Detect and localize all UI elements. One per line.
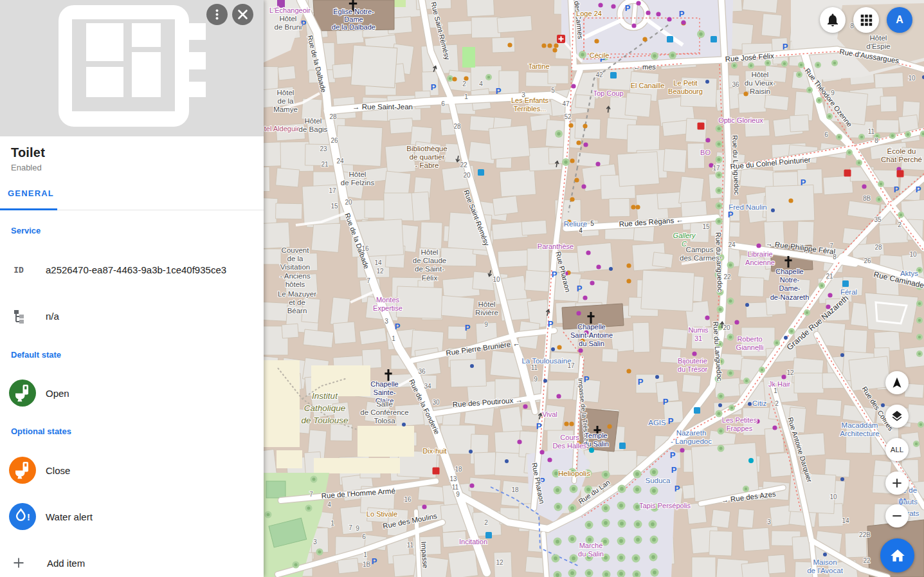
svg-text:P: P	[670, 450, 676, 460]
svg-text:22: 22	[863, 557, 871, 564]
svg-text:22: 22	[723, 273, 731, 280]
svg-text:Ancienne: Ancienne	[745, 259, 775, 266]
svg-text:15: 15	[702, 223, 710, 230]
svg-text:Temple: Temple	[584, 432, 607, 439]
svg-text:11: 11	[868, 128, 875, 135]
svg-text:Frappes: Frappes	[727, 425, 753, 432]
svg-text:- Anciens: - Anciens	[280, 272, 311, 280]
svg-text:Mamye: Mamye	[273, 105, 298, 113]
svg-text:Aktys: Aktys	[900, 270, 918, 277]
svg-text:Roberto: Roberto	[737, 335, 762, 343]
svg-text:Cécile: Cécile	[590, 51, 610, 59]
svg-text:tel Aldeguier: tel Aldeguier	[264, 125, 303, 133]
svg-text:de Conférence: de Conférence	[360, 408, 408, 416]
svg-text:Féral: Féral	[840, 288, 857, 296]
svg-text:9: 9	[484, 321, 488, 328]
svg-text:Hôtel: Hôtel	[478, 300, 496, 308]
svg-text:28: 28	[329, 113, 337, 120]
svg-text:30: 30	[432, 399, 440, 406]
svg-text:Hôtel: Hôtel	[752, 71, 769, 78]
svg-text:20: 20	[723, 324, 730, 331]
svg-text:1: 1	[331, 520, 334, 527]
svg-text:P: P	[548, 319, 554, 329]
svg-text:24: 24	[728, 241, 736, 248]
svg-text:P: P	[679, 9, 685, 19]
svg-text:Reliure: Reliure	[564, 220, 587, 228]
svg-text:de Toulouse: de Toulouse	[301, 416, 348, 425]
svg-text:Fred Naulin: Fred Naulin	[729, 203, 766, 211]
svg-text:Heliopolis: Heliopolis	[558, 470, 590, 477]
svg-text:Chapelle: Chapelle	[577, 323, 605, 331]
svg-text:et de: et de	[289, 298, 305, 306]
svg-text:34: 34	[424, 383, 431, 390]
svg-text:28: 28	[453, 123, 461, 130]
svg-text:P: P	[625, 3, 631, 13]
svg-text:11: 11	[407, 542, 414, 549]
svg-text:1B: 1B	[363, 561, 371, 568]
svg-text:18: 18	[455, 466, 462, 473]
svg-text:Bijouterie: Bijouterie	[678, 357, 707, 365]
svg-text:Beaubourg: Beaubourg	[668, 87, 703, 95]
svg-text:du Salin: du Salin	[578, 550, 604, 558]
svg-text:8: 8	[833, 253, 837, 261]
svg-text:Vival: Vival	[542, 410, 557, 418]
svg-text:8: 8	[874, 137, 878, 144]
svg-text:d'Espie: d'Espie	[866, 42, 890, 50]
svg-text:17: 17	[712, 165, 720, 172]
svg-text:Incitation: Incitation	[459, 538, 487, 545]
svg-text:Bibliothèque: Bibliothèque	[406, 145, 447, 152]
svg-text:2: 2	[484, 519, 488, 526]
svg-text:P: P	[671, 465, 677, 475]
svg-text:Optic Glorieux: Optic Glorieux	[718, 116, 763, 124]
svg-text:9: 9	[831, 89, 835, 96]
svg-text:Hauts: Hauts	[898, 498, 918, 506]
svg-text:Raisin: Raisin	[750, 87, 770, 95]
svg-text:→ Rue Saint-Jean: → Rue Saint-Jean	[352, 103, 413, 111]
svg-text:6: 6	[441, 100, 445, 107]
svg-text:Hôtel: Hôtel	[421, 248, 439, 256]
svg-text:10: 10	[909, 251, 917, 258]
svg-text:P: P	[663, 397, 669, 407]
svg-text:Béarn: Béarn	[287, 307, 307, 315]
svg-text:47: 47	[562, 100, 570, 107]
svg-text:ID: ID	[14, 266, 24, 275]
svg-text:Campus: Campus	[686, 246, 714, 253]
svg-text:4: 4	[579, 227, 583, 234]
svg-text:6: 6	[362, 533, 366, 540]
svg-text:Architecture: Architecture	[840, 430, 879, 437]
svg-text:16: 16	[361, 245, 369, 252]
svg-text:Paranthèse: Paranthèse	[538, 243, 574, 250]
svg-text:2: 2	[775, 400, 779, 407]
svg-text:P: P	[552, 270, 557, 279]
svg-text:P: P	[431, 82, 437, 92]
svg-text:P: P	[536, 421, 542, 431]
svg-text:El Canaille: El Canaille	[631, 82, 665, 89]
svg-text:du Trésor: du Trésor	[678, 365, 708, 373]
svg-text:14: 14	[842, 517, 849, 524]
svg-text:18: 18	[511, 486, 519, 493]
svg-text:42: 42	[595, 71, 603, 78]
svg-text:10: 10	[908, 75, 916, 82]
svg-text:P: P	[801, 178, 806, 187]
svg-text:Félix: Félix	[422, 274, 438, 282]
svg-text:Le Petit: Le Petit	[673, 79, 697, 87]
svg-text:P: P	[916, 185, 921, 194]
svg-text:P: P	[638, 377, 644, 387]
svg-text:3: 3	[767, 518, 771, 526]
svg-text:Visitation: Visitation	[280, 263, 310, 271]
svg-text:Macaddam: Macaddam	[842, 421, 878, 429]
svg-text:Chapelle: Chapelle	[775, 268, 803, 275]
svg-text:26: 26	[864, 257, 871, 264]
svg-text:Loge 24: Loge 24	[576, 10, 602, 17]
svg-text:20: 20	[463, 172, 471, 179]
svg-text:Dame-: Dame-	[779, 284, 800, 292]
svg-text:de Claude: de Claude	[413, 257, 446, 264]
svg-text:9: 9	[534, 376, 538, 383]
svg-text:Citiz: Citiz	[752, 399, 767, 407]
svg-text:Hôtel: Hôtel	[349, 170, 367, 178]
svg-text:P: P	[577, 284, 583, 293]
svg-text:Hôtel: Hôtel	[870, 34, 887, 42]
svg-text:P: P	[668, 416, 674, 426]
svg-text:3: 3	[385, 318, 388, 325]
svg-text:28: 28	[874, 244, 882, 251]
